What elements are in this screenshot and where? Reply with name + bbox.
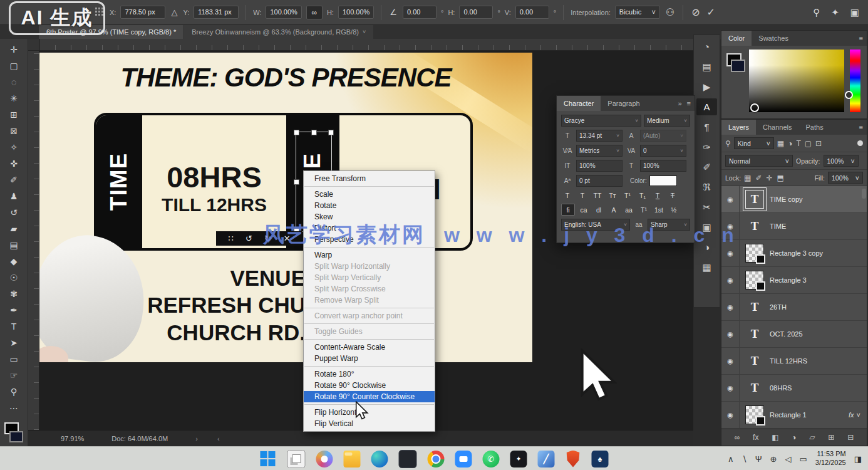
cancel-transform-button[interactable]: ⊘ bbox=[690, 6, 701, 18]
edge-app[interactable] bbox=[371, 451, 388, 467]
hand-tool[interactable]: ☞ bbox=[4, 367, 23, 383]
font-family-select[interactable]: Gracye˅ bbox=[561, 115, 641, 127]
maintain-aspect-ratio-toggle[interactable]: ∞ bbox=[306, 6, 323, 19]
menu-item-convert-warp-anchor-point[interactable]: Convert warp anchor point bbox=[304, 310, 435, 321]
search-icon[interactable]: ⚲ bbox=[813, 7, 820, 18]
gradient-tool[interactable]: ▤ bbox=[4, 237, 23, 253]
visibility-toggle[interactable]: ◉ bbox=[721, 375, 740, 401]
width-value-field[interactable]: 100.00% bbox=[266, 6, 301, 19]
edit-toolbar[interactable]: ⋯ bbox=[4, 400, 23, 415]
visibility-toggle[interactable]: ◉ bbox=[721, 267, 740, 293]
faux-italic-button[interactable]: T bbox=[576, 190, 589, 201]
hue-slider-marker[interactable] bbox=[845, 91, 853, 99]
zoom-tool[interactable]: ⚲ bbox=[4, 384, 23, 399]
frame-tool[interactable]: ⊠ bbox=[4, 123, 23, 138]
design-app[interactable]: ╱ bbox=[538, 451, 555, 467]
filter-type-select[interactable]: Kind˅ bbox=[734, 137, 774, 149]
clone-stamp-tool[interactable]: ♟ bbox=[4, 188, 23, 204]
relative-position-toggle[interactable]: △ bbox=[170, 8, 178, 17]
menu-item-flip-horizontal[interactable]: Flip Horizontal bbox=[304, 407, 435, 418]
taskbar-clock[interactable]: 11:53 PM 3/12/2025 bbox=[815, 450, 846, 467]
panel-menu-icon[interactable]: ≡ bbox=[859, 34, 863, 42]
healing-brush-tool[interactable]: ✜ bbox=[4, 155, 23, 171]
commit-transform-button[interactable]: ✓ bbox=[706, 6, 716, 18]
history-brush-tool[interactable]: ↺ bbox=[4, 204, 23, 220]
language-icon[interactable]: ⊕ bbox=[770, 454, 777, 464]
layer-row[interactable]: ◉TTIME copy bbox=[721, 186, 867, 213]
delete-layer-icon[interactable]: ⊟ bbox=[847, 433, 854, 442]
vertical-scale-field[interactable]: 100% bbox=[576, 160, 623, 172]
menu-item-flip-vertical[interactable]: Flip Vertical bbox=[304, 418, 435, 429]
layer-row[interactable]: ◉Rectangle 3 copy bbox=[721, 240, 867, 267]
horizontal-scale-field[interactable]: 100% bbox=[640, 160, 686, 172]
superscript-button[interactable]: T¹ bbox=[621, 190, 634, 201]
all-caps-button[interactable]: TT bbox=[591, 190, 604, 201]
v-skew-field[interactable]: 0.00 bbox=[515, 6, 549, 19]
menu-item-rotate[interactable]: Rotate bbox=[304, 200, 435, 211]
comment-icon[interactable]: ⚇ bbox=[664, 6, 676, 18]
font-size-select[interactable]: 13.34 pt˅ bbox=[576, 130, 623, 142]
tab-layers[interactable]: Layers bbox=[721, 120, 756, 135]
menu-item-split-warp-vertically[interactable]: Split Warp Vertically bbox=[304, 272, 435, 283]
menu-item-rotate-90-counter-clockwise[interactable]: Rotate 90° Counter Clockwise bbox=[304, 391, 435, 402]
tracking-select[interactable]: 0˅ bbox=[640, 145, 686, 157]
network-icon[interactable]: ∖ bbox=[741, 454, 747, 464]
font-style-select[interactable]: Medium˅ bbox=[644, 115, 690, 127]
blend-mode-select[interactable]: Normal˅ bbox=[725, 155, 793, 167]
visibility-toggle[interactable]: ◉ bbox=[721, 402, 740, 428]
saturation-brightness-field[interactable] bbox=[749, 50, 844, 112]
panel-menu-icon[interactable]: ≡ bbox=[859, 123, 863, 131]
notes-app[interactable]: ✦ bbox=[510, 451, 527, 467]
tab-paths[interactable]: Paths bbox=[799, 120, 830, 135]
clipboard-panel-icon[interactable]: ▦ bbox=[696, 259, 717, 276]
layer-row[interactable]: ◉TTILL 12HRS bbox=[721, 348, 867, 375]
chrome-app[interactable] bbox=[428, 451, 445, 467]
layer-row[interactable]: ◉Rectangle 3 bbox=[721, 267, 867, 294]
microphone-icon[interactable]: Ψ bbox=[755, 454, 762, 464]
color-fg-bg-swatches[interactable] bbox=[726, 53, 745, 72]
workspace-icon[interactable]: ▣ bbox=[850, 7, 859, 18]
height-value-field[interactable]: 100.00% bbox=[338, 6, 374, 19]
brave-app[interactable] bbox=[566, 451, 581, 467]
layer-row[interactable]: ◉Rectangle 1fx˅ bbox=[721, 402, 867, 429]
strikethrough-button[interactable]: T bbox=[666, 190, 679, 201]
lasso-tool[interactable]: ◌ bbox=[4, 74, 23, 90]
visibility-toggle[interactable]: ◉ bbox=[721, 348, 740, 374]
shape-filter-icon[interactable]: ▢ bbox=[805, 139, 812, 148]
type-tool[interactable]: T bbox=[4, 318, 23, 334]
subscript-button[interactable]: T₁ bbox=[636, 190, 649, 201]
visibility-toggle[interactable]: ◉ bbox=[721, 186, 740, 212]
ligatures-button[interactable]: fi bbox=[561, 204, 575, 216]
layer-mask-icon[interactable]: ◧ bbox=[772, 433, 778, 442]
path-selection-tool[interactable]: ➤ bbox=[4, 335, 23, 350]
link-layers-icon[interactable]: ∞ bbox=[735, 433, 740, 442]
dodge-tool[interactable]: ☉ bbox=[4, 269, 23, 285]
collapse-panel-icon[interactable]: » bbox=[678, 100, 681, 107]
discover-icon[interactable]: ✦ bbox=[831, 7, 839, 18]
volume-icon[interactable]: ◁ bbox=[785, 454, 791, 464]
background-color-swatch[interactable] bbox=[9, 431, 23, 442]
fractions-button[interactable]: ½ bbox=[668, 204, 680, 215]
rotation-value-field[interactable]: 0.00 bbox=[403, 6, 437, 19]
smart-object-filter-icon[interactable]: ⊡ bbox=[815, 139, 822, 148]
blur-tool[interactable]: ◆ bbox=[4, 253, 23, 269]
menu-item-rotate-180[interactable]: Rotate 180° bbox=[304, 368, 435, 380]
hue-slider[interactable] bbox=[850, 50, 860, 112]
tab-color[interactable]: Color bbox=[721, 31, 752, 46]
shape-tool[interactable]: ▭ bbox=[4, 351, 23, 367]
file-explorer-app[interactable] bbox=[344, 451, 361, 467]
hidden-icons-chevron[interactable]: ∧ bbox=[728, 454, 734, 464]
status-nav-arrows[interactable]: › ‹ bbox=[195, 435, 228, 442]
document-canvas[interactable]: THEME: GOD'S PRESENCE TIME 08HRS TILL 12… bbox=[39, 53, 532, 362]
smudge-tool[interactable]: ✾ bbox=[4, 286, 23, 301]
visibility-toggle[interactable]: ◉ bbox=[721, 294, 740, 320]
eyedropper-tool[interactable]: ✧ bbox=[4, 139, 23, 155]
transform-handle[interactable] bbox=[294, 179, 299, 185]
menu-item-remove-warp-split[interactable]: Remove Warp Split bbox=[304, 295, 435, 306]
zoom-app[interactable] bbox=[455, 451, 472, 467]
brush-tool[interactable]: ✐ bbox=[4, 172, 23, 187]
ordinals-button[interactable]: 1st bbox=[653, 204, 665, 215]
faux-bold-button[interactable]: T bbox=[561, 190, 574, 201]
menu-item-content-aware-scale[interactable]: Content-Aware Scale bbox=[304, 342, 435, 353]
lock-pixels-icon[interactable]: ✐ bbox=[755, 174, 762, 182]
